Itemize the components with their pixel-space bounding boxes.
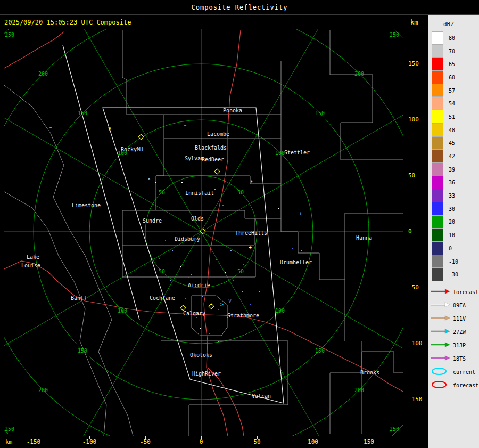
echo-dot [292, 248, 293, 249]
y-axis-tick [403, 288, 407, 288]
legend-items: forecast09EA111V27ZW31JP18TScurrentforec… [430, 286, 479, 392]
city-label-cochrane: Cochrane [150, 295, 175, 301]
colorbar-row: 70 [432, 45, 479, 58]
ring-distance-label: 200 [354, 71, 364, 77]
x-axis-tick-label: -100 [82, 438, 97, 445]
map-marker: v [228, 298, 232, 304]
echo-dot [214, 189, 216, 190]
colorbar-value-label: 57 [449, 88, 455, 94]
x-axis-tick-label: -150 [27, 438, 41, 445]
ring-distance-label: 150 [315, 348, 325, 354]
colorbar-value-label: 45 [449, 140, 455, 146]
legend-label: current [453, 369, 475, 375]
echo-dot [195, 285, 196, 286]
colorbar-swatch [432, 229, 443, 242]
echo-dot [159, 258, 160, 259]
colorbar-swatch [432, 84, 443, 97]
ring-distance-label: 250 [5, 426, 14, 432]
city-label-lacombe: Lacombe [207, 131, 229, 137]
colorbar-value-label: -10 [449, 259, 458, 265]
x-axis-tick-label: 50 [253, 438, 260, 445]
legend-label: 111V [453, 316, 466, 322]
ring-distance-label: 100 [275, 308, 285, 314]
colorbar-value-label: 20 [449, 219, 455, 225]
map-marker: + [249, 245, 252, 250]
y-axis-tick-label: 50 [408, 172, 415, 179]
bottom-axis-unit-label: km [5, 438, 12, 445]
colorbar-swatch [432, 124, 443, 137]
echo-dot [218, 309, 219, 310]
y-axis-tick [403, 120, 407, 120]
colorbar-value-label: 70 [449, 48, 455, 54]
y-axis-tick [403, 344, 407, 344]
ring-distance-label: 50 [237, 190, 244, 196]
colorbar-swatch [432, 110, 443, 124]
city-label-okotoks: Okotoks [190, 352, 212, 358]
city-label-olds: Olds [191, 216, 204, 222]
echo-dot [301, 250, 302, 251]
city-label-threehills: ThreeHills [235, 230, 267, 236]
ring-distance-label: 50 [237, 268, 244, 274]
colorbar-value-label: 10 [449, 232, 455, 238]
colorbar-swatch [432, 163, 443, 176]
colorbar-swatch [432, 31, 443, 45]
ring-distance-label: 100 [275, 150, 285, 156]
echo-dot [164, 296, 165, 297]
legend-label: forecast [453, 382, 478, 388]
colorbar-row: 36 [432, 176, 479, 190]
echo-dot [218, 341, 219, 342]
ring-distance-label: 200 [354, 387, 364, 393]
colorbar-row: 60 [432, 71, 479, 84]
colorbar: 807065605754514845423936333020100-10-30 [432, 31, 479, 281]
map-marker: ^ [49, 127, 52, 132]
echo-dot [233, 280, 234, 281]
colorbar-swatch [432, 202, 443, 216]
legend-label: 27ZW [453, 329, 466, 335]
echo-dot [278, 208, 279, 209]
radar-map-canvas[interactable]: PonokaLacombeBlackfaldsRedDeerSylvanStet… [4, 29, 403, 436]
echo-dot [242, 291, 243, 292]
colorbar-row: -10 [432, 255, 479, 268]
echo-dot [172, 250, 173, 251]
x-axis-tick-label: -50 [140, 438, 151, 445]
ring-distance-label: 200 [38, 387, 48, 393]
city-label-stettler: Stettler [284, 150, 310, 156]
colorbar-row: 54 [432, 97, 479, 110]
colorbar-row: 45 [432, 137, 479, 150]
colorbar-swatch [432, 216, 443, 229]
colorbar-row: 51 [432, 110, 479, 124]
colorbar-row: 39 [432, 163, 479, 176]
y-axis-tick-label: 150 [408, 60, 419, 67]
ring-distance-label: 150 [78, 110, 87, 116]
echo-dot [181, 309, 182, 310]
colorbar-row: 30 [432, 202, 479, 216]
colorbar-swatch [432, 45, 443, 58]
echo-dot [259, 291, 260, 292]
city-label-innisfail: Innisfail [185, 190, 214, 196]
y-axis-tick [403, 176, 407, 176]
x-axis-tick-label: 150 [364, 438, 374, 445]
radar-site-marker [200, 228, 205, 234]
window-title: Composite_Reflectivity [192, 4, 288, 11]
map-overlays: PonokaLacombeBlackfaldsRedDeerSylvanStet… [4, 29, 403, 436]
radar-site-marker [214, 168, 220, 174]
colorbar-row: 65 [432, 58, 479, 71]
city-label-highriver: HighRiver [192, 371, 221, 377]
colorbar-row: 20 [432, 216, 479, 229]
legend-sidebar: dBZ 807065605754514845423936333020100-10… [428, 15, 479, 448]
ring-distance-label: 150 [78, 348, 87, 354]
echo-dot [216, 259, 217, 260]
x-axis-tick-label: 0 [200, 438, 203, 445]
colorbar-swatch [432, 176, 443, 190]
track-arrow-icon [430, 327, 451, 338]
map-marker: * [250, 180, 253, 185]
echo-dot [185, 298, 186, 299]
legend-arrow-09ea: 09EA [430, 299, 479, 312]
legend-arrow-27zw: 27ZW [430, 325, 479, 339]
ring-distance-label: 250 [5, 32, 14, 38]
colorbar-value-label: 65 [449, 61, 455, 67]
y-axis-tick-label: -50 [408, 284, 419, 291]
echo-dot [155, 182, 156, 183]
y-axis-tick-label: 100 [408, 116, 419, 123]
city-label-limestone: Limestone [72, 202, 101, 208]
